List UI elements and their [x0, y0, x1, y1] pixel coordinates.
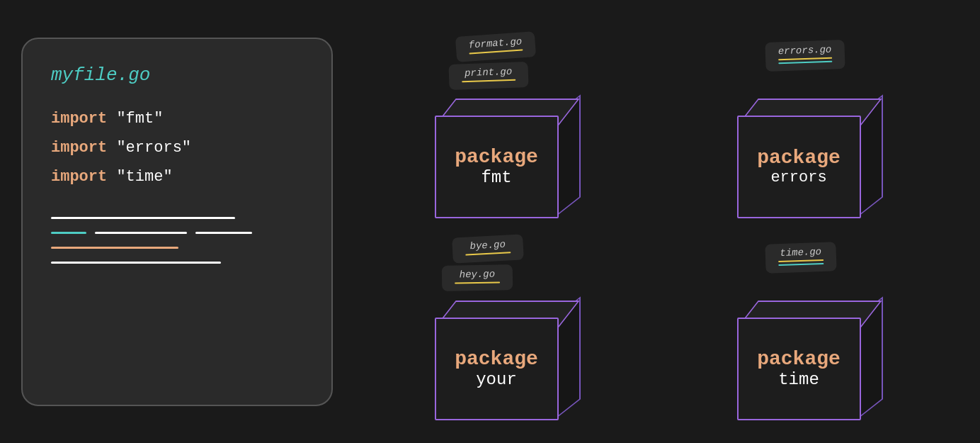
deco-short-2: [195, 232, 252, 234]
fmt-file-card-print: print.go: [448, 62, 528, 90]
packages-area: format.go print.go package fmt: [361, 16, 959, 427]
pkg-fmt-wrapper: format.go print.go package fmt: [361, 23, 656, 218]
deco-orange-1: [51, 247, 178, 249]
your-file-card-bye: bye.go: [452, 234, 524, 263]
deco-short-1: [95, 232, 187, 234]
pkg-your-wrapper: bye.go hey.go package your: [361, 225, 656, 420]
code-panel: myfile.go import "fmt" import "errors" i…: [21, 38, 333, 406]
deco-line-1: [51, 217, 235, 219]
errors-file-cards: errors.go: [765, 41, 845, 70]
deco-line-2: [51, 262, 221, 264]
your-box-front: package your: [435, 318, 559, 420]
time-box: package time: [730, 289, 886, 420]
time-keyword: package: [757, 348, 841, 370]
import-value-1: "fmt": [116, 110, 163, 128]
fmt-keyword: package: [455, 146, 538, 168]
your-file-cards: bye.go hey.go: [442, 236, 513, 291]
your-name: your: [476, 370, 517, 389]
import-value-2: "errors": [116, 139, 191, 157]
pkg-errors-wrapper: errors.go package errors: [663, 23, 959, 218]
fmt-file-card-format: format.go: [455, 31, 535, 62]
keyword-import-1: import: [51, 110, 107, 128]
keyword-import-3: import: [51, 168, 107, 186]
import-line-2: import "errors": [51, 136, 303, 159]
keyword-import-2: import: [51, 139, 107, 157]
errors-name: errors: [770, 169, 826, 186]
errors-box-front: package errors: [737, 116, 861, 218]
time-file-card: time.go: [765, 242, 836, 273]
errors-file-card: errors.go: [765, 40, 845, 72]
your-keyword: package: [455, 348, 538, 370]
import-line-1: import "fmt": [51, 107, 303, 130]
code-imports: import "fmt" import "errors" import "tim…: [51, 107, 303, 189]
file-title: myfile.go: [51, 65, 303, 86]
decorative-lines: [51, 217, 303, 264]
time-box-front: package time: [737, 318, 861, 420]
fmt-name: fmt: [481, 168, 511, 187]
fmt-file-cards: format.go print.go: [449, 34, 528, 89]
fmt-box-front: package fmt: [435, 116, 559, 218]
fmt-box: package fmt: [428, 87, 583, 218]
your-box: package your: [428, 289, 583, 420]
your-file-card-hey: hey.go: [441, 264, 513, 291]
time-file-cards: time.go: [765, 243, 836, 272]
deco-accent-1: [51, 232, 86, 234]
import-value-3: "time": [116, 168, 172, 186]
errors-box: package errors: [730, 87, 886, 218]
deco-row-1: [51, 232, 303, 234]
pkg-time-wrapper: time.go package time: [663, 225, 959, 420]
import-line-3: import "time": [51, 165, 303, 189]
errors-keyword: package: [757, 147, 841, 169]
time-name: time: [778, 370, 819, 389]
